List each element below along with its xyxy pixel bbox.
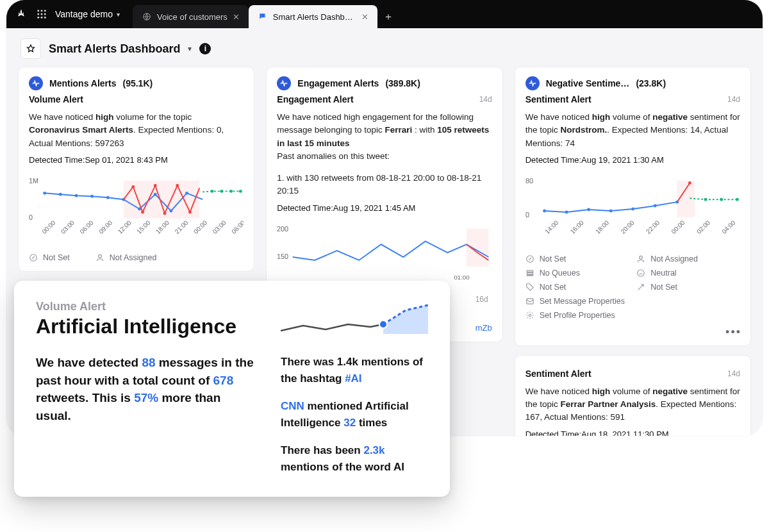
svg-text:15:00: 15:00 xyxy=(135,219,152,235)
svg-point-24 xyxy=(141,210,144,213)
svg-point-45 xyxy=(98,254,101,258)
column-title: Negative Sentime… xyxy=(546,78,630,88)
svg-point-28 xyxy=(188,210,192,213)
svg-point-15 xyxy=(75,194,78,197)
meta-campaign[interactable]: Not Set xyxy=(636,283,740,292)
alert-body: We have noticed high volume of negative … xyxy=(525,385,740,424)
chevron-down-icon: ▾ xyxy=(117,11,120,18)
tab-voice-of-customers[interactable]: Voice of customers ✕ xyxy=(133,5,249,28)
svg-point-14 xyxy=(59,193,62,196)
meta-grid: Not Set Not Assigned No Queues Neutral N… xyxy=(525,254,740,320)
meta-tags[interactable]: Not Set xyxy=(525,283,629,292)
page-title: Smart Alerts Dashboard xyxy=(49,42,180,56)
tab-label: Smart Alerts Dashboard xyxy=(273,12,356,22)
sentiment-card-1: Negative Sentime… (23.8K) Sentiment Aler… xyxy=(515,67,751,346)
short-link[interactable]: mZb xyxy=(475,323,492,333)
meta-assignee[interactable]: Not Assigned xyxy=(636,254,740,263)
meta-profile-props[interactable]: Set Profile Properties xyxy=(525,311,740,320)
meta-status[interactable]: Not Set xyxy=(525,254,629,263)
svg-point-16 xyxy=(90,195,94,198)
new-tab-button[interactable]: ＋ xyxy=(377,5,399,28)
svg-point-32 xyxy=(239,190,242,193)
svg-point-53 xyxy=(543,209,546,212)
svg-point-1 xyxy=(41,10,43,12)
workspace-switcher[interactable]: Vantage demo ▾ xyxy=(55,9,120,19)
svg-point-81 xyxy=(379,320,387,328)
brand-logo-icon xyxy=(14,7,28,21)
svg-point-20 xyxy=(154,193,157,196)
svg-point-27 xyxy=(176,184,179,187)
svg-text:06:00: 06:00 xyxy=(78,219,95,235)
svg-text:03:00: 03:00 xyxy=(60,219,76,235)
svg-text:150: 150 xyxy=(277,252,288,260)
info-button[interactable]: i xyxy=(199,43,211,54)
workspace-name: Vantage demo xyxy=(55,9,113,19)
svg-point-29 xyxy=(211,190,214,193)
svg-text:03:00: 03:00 xyxy=(211,219,228,235)
svg-point-22 xyxy=(185,192,188,195)
popup-sparkline xyxy=(281,299,428,345)
svg-point-5 xyxy=(44,13,46,15)
close-icon[interactable]: ✕ xyxy=(233,12,240,22)
alert-body: We have noticed high volume of negative … xyxy=(525,111,740,150)
svg-text:06:00: 06:00 xyxy=(230,219,244,235)
svg-rect-75 xyxy=(527,272,533,274)
svg-text:00:00: 00:00 xyxy=(670,219,686,235)
svg-point-4 xyxy=(41,13,43,15)
meta-message-props[interactable]: Set Message Properties xyxy=(525,297,740,306)
column-header-card: Mentions Alerts (95.1K) Volume Alert We … xyxy=(18,67,254,272)
svg-point-56 xyxy=(609,209,612,212)
svg-rect-76 xyxy=(527,275,533,276)
tab-smart-alerts-dashboard[interactable]: Smart Alerts Dashboard ✕ xyxy=(249,5,377,28)
detected-time: Detected Time:Aug 19, 2021 1:30 AM xyxy=(525,155,740,165)
column-count: (95.1K) xyxy=(123,78,153,88)
svg-text:09:00: 09:00 xyxy=(97,219,114,235)
svg-point-2 xyxy=(44,10,46,12)
popup-summary: We have detected 88 messages in the past… xyxy=(36,354,255,475)
favorite-button[interactable] xyxy=(21,38,41,59)
column-sentiment: Negative Sentime… (23.8K) Sentiment Aler… xyxy=(515,67,751,436)
svg-rect-78 xyxy=(526,299,533,304)
app-launcher-icon[interactable] xyxy=(36,8,47,20)
pulse-icon xyxy=(277,76,291,90)
page-header: Smart Alerts Dashboard ▾ i xyxy=(6,28,763,67)
svg-text:01:00: 01:00 xyxy=(454,273,470,280)
meta-sentiment[interactable]: Neutral xyxy=(636,269,740,278)
meta-assignee[interactable]: Not Assigned xyxy=(95,253,157,262)
anomaly-item: 1. with 130 retweets from 08-18-21 20:00… xyxy=(277,172,492,198)
tab-label: Voice of customers xyxy=(157,12,227,22)
svg-point-79 xyxy=(529,314,531,317)
alert-age: 14d xyxy=(727,95,740,104)
svg-point-62 xyxy=(720,197,723,201)
meta-status[interactable]: Not Set xyxy=(29,253,70,262)
close-icon[interactable]: ✕ xyxy=(361,12,368,22)
svg-point-58 xyxy=(653,204,656,207)
svg-point-60 xyxy=(688,181,691,185)
mentions-chart: 1M 0 00:00 03:00 06:00 09:00 xyxy=(29,174,244,247)
svg-point-30 xyxy=(220,190,223,193)
svg-point-13 xyxy=(43,192,46,195)
page-menu-button[interactable]: ▾ xyxy=(188,44,192,53)
alert-body: We have noticed high engagement for the … xyxy=(277,111,492,163)
detected-time: Detected Time:Sep 01, 2021 8:43 PM xyxy=(29,155,244,165)
svg-point-23 xyxy=(131,185,135,188)
svg-text:200: 200 xyxy=(277,224,288,232)
svg-text:21:00: 21:00 xyxy=(173,219,190,235)
column-title: Mentions Alerts xyxy=(49,78,117,88)
svg-text:1M: 1M xyxy=(29,176,38,184)
column-count: (389.8K) xyxy=(385,78,420,88)
alert-age: 14d xyxy=(479,95,492,104)
svg-point-0 xyxy=(37,10,39,12)
popup-highlights: There was 1.4k mentions of the hashtag #… xyxy=(281,354,428,475)
svg-point-21 xyxy=(169,209,172,212)
svg-rect-74 xyxy=(527,270,533,272)
more-button[interactable]: ••• xyxy=(725,326,741,339)
meta-queues[interactable]: No Queues xyxy=(525,269,629,278)
svg-point-55 xyxy=(587,208,590,211)
chat-icon xyxy=(258,12,268,22)
svg-text:14:00: 14:00 xyxy=(543,219,560,235)
topbar: Vantage demo ▾ Voice of customers ✕ Smar… xyxy=(6,0,763,28)
svg-text:0: 0 xyxy=(525,211,529,219)
svg-point-31 xyxy=(229,190,233,193)
column-title: Engagement Alerts xyxy=(297,78,379,88)
